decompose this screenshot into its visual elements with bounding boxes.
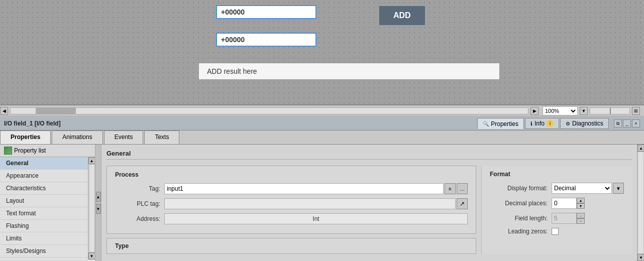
- zoom-area: 100% 50% 75% 125% 150% ▼ ⊞: [539, 106, 644, 115]
- info-warning-icon: i: [547, 120, 554, 127]
- format-title: Format: [490, 171, 624, 178]
- decimal-places-row: Decimal places: ▲ ▼: [490, 198, 624, 209]
- canvas-area: ADD result here ADD: [0, 0, 644, 105]
- tag-row: Tag: ≡ …: [115, 183, 468, 194]
- leading-zeros-label: Leading zeros:: [490, 228, 548, 235]
- property-list-header: Property list: [0, 145, 95, 157]
- field-length-spinners: ▲ ▼: [577, 213, 585, 224]
- panel-header: I/O field_1 [I/O field] 🔍 Properties ℹ I…: [0, 116, 644, 130]
- fit-btn[interactable]: ⊞: [632, 107, 640, 115]
- expand-down-btn[interactable]: ▼: [96, 204, 101, 214]
- main-scroll-track[interactable]: [637, 152, 644, 254]
- sidebar-items: General Appearance Characteristics Layou…: [0, 157, 88, 259]
- float-btn[interactable]: ⧉: [614, 119, 622, 127]
- display-format-select[interactable]: Decimal Binary Hex Octal String: [552, 183, 612, 194]
- sidebar-item-limits[interactable]: Limits: [0, 232, 88, 245]
- field-length-label: Field length:: [490, 215, 548, 222]
- field-length-group: ▲ ▼: [552, 213, 585, 224]
- sidebar-item-general[interactable]: General: [0, 157, 88, 170]
- field-length-row: Field length: ▲ ▼: [490, 213, 624, 224]
- tab-info[interactable]: ℹ Info i: [525, 118, 559, 129]
- main-scroll-down[interactable]: ▼: [637, 254, 644, 261]
- sidebar-item-flashing[interactable]: Flashing: [0, 220, 88, 232]
- address-row: Address: Int: [115, 213, 468, 224]
- type-title: Type: [115, 242, 468, 249]
- tag-browse-btn[interactable]: ≡: [445, 183, 456, 194]
- tab-properties[interactable]: 🔍 Properties: [477, 118, 524, 129]
- tab-diagnostics[interactable]: ⚙ Diagnostics: [560, 118, 609, 129]
- zoom-dropdown-btn[interactable]: ▼: [580, 107, 588, 115]
- field-length-down: ▼: [577, 218, 585, 224]
- sidebar-item-characteristics[interactable]: Characteristics: [0, 182, 88, 195]
- tab-texts[interactable]: Texts: [144, 130, 179, 144]
- horizontal-scrollbar[interactable]: [10, 107, 528, 114]
- panel-corner-btns: ⧉ _ ×: [614, 119, 640, 127]
- properties-body: Property list General Appearance Charact…: [0, 145, 644, 261]
- display-format-group: Decimal Binary Hex Octal String ▼: [552, 183, 624, 194]
- content-panels: Process Tag: ≡ … PLC tag:: [106, 166, 632, 254]
- main-content: General Process Tag: ≡ …: [101, 145, 644, 261]
- sidebar-scroll-up[interactable]: ▲: [88, 157, 95, 164]
- zoom-slider-thumb: [610, 108, 611, 114]
- address-input: Int: [164, 213, 468, 224]
- tag-options-btn[interactable]: …: [457, 183, 468, 194]
- decimal-places-group: ▲ ▼: [552, 198, 585, 209]
- tab-animations[interactable]: Animations: [52, 130, 102, 144]
- plc-tag-input[interactable]: [164, 198, 456, 209]
- address-label: Address:: [115, 215, 160, 222]
- sidebar-item-layout[interactable]: Layout: [0, 195, 88, 207]
- display-format-row: Display format: Decimal Binary Hex Octal…: [490, 183, 624, 194]
- sidebar-scrollbar: ▲ ▼: [88, 157, 95, 259]
- expand-up-btn[interactable]: ▲: [96, 192, 101, 202]
- process-box: Process Tag: ≡ … PLC tag:: [106, 166, 476, 234]
- zoom-select[interactable]: 100% 50% 75% 125% 150%: [543, 106, 578, 115]
- decimal-places-label: Decimal places:: [490, 200, 548, 207]
- main-scroll-up[interactable]: ▲: [637, 145, 644, 152]
- sidebar-scroll: General Appearance Characteristics Layou…: [0, 157, 95, 259]
- canvas-input-1[interactable]: [216, 5, 316, 19]
- left-sidebar: Property list General Appearance Charact…: [0, 145, 95, 261]
- decimal-places-up[interactable]: ▲: [577, 198, 585, 203]
- minimize-btn[interactable]: _: [623, 119, 631, 127]
- field-length-up: ▲: [577, 213, 585, 218]
- tag-label: Tag:: [115, 185, 160, 192]
- diagnostics-icon: ⚙: [566, 121, 570, 126]
- canvas-result: ADD result here: [198, 63, 500, 80]
- sidebar-item-styles[interactable]: Styles/Designs: [0, 245, 88, 257]
- sidebar-item-text-format[interactable]: Text format: [0, 207, 88, 220]
- sidebar-scroll-down[interactable]: ▼: [88, 252, 95, 259]
- process-panel: Process Tag: ≡ … PLC tag:: [106, 166, 476, 254]
- scroll-right-btn[interactable]: ▶: [530, 107, 539, 115]
- leading-zeros-row: Leading zeros:: [490, 228, 624, 235]
- plc-tag-label: PLC tag:: [115, 200, 160, 207]
- scroll-left-btn[interactable]: ◀: [0, 107, 8, 115]
- tab-events[interactable]: Events: [104, 130, 144, 144]
- scroll-thumb: [36, 108, 76, 114]
- process-box-title: Process: [115, 171, 468, 178]
- sidebar-item-appearance[interactable]: Appearance: [0, 170, 88, 182]
- tag-input[interactable]: [164, 183, 444, 194]
- tag-input-group: ≡ …: [164, 183, 468, 194]
- info-tab-icon: ℹ: [530, 121, 532, 126]
- zoom-slider[interactable]: [590, 107, 630, 114]
- properties-icon: 🔍: [483, 121, 489, 126]
- canvas-input-2[interactable]: [216, 33, 316, 47]
- decimal-places-spinners: ▲ ▼: [577, 198, 585, 209]
- field-length-input: [552, 213, 577, 224]
- tab-properties-main[interactable]: Properties: [0, 130, 51, 144]
- panel-title: I/O field_1 [I/O field]: [4, 120, 477, 127]
- add-button[interactable]: ADD: [379, 6, 425, 25]
- leading-zeros-checkbox[interactable]: [552, 228, 559, 235]
- plc-tag-arrow-btn[interactable]: ↗: [457, 198, 468, 209]
- display-format-label: Display format:: [490, 185, 548, 192]
- decimal-places-input[interactable]: [552, 198, 577, 209]
- plc-tag-row: PLC tag: ↗: [115, 198, 468, 209]
- type-section: Type: [106, 238, 476, 254]
- panel-expander[interactable]: ▲ ▼: [95, 145, 101, 261]
- sidebar-scroll-track[interactable]: [89, 164, 95, 252]
- close-panel-btn[interactable]: ×: [632, 119, 640, 127]
- scrollbar-area: ◀ ▶ 100% 50% 75% 125% 150% ▼ ⊞: [0, 105, 644, 116]
- section-title: General: [106, 150, 632, 160]
- display-format-dropdown[interactable]: ▼: [613, 183, 624, 194]
- decimal-places-down[interactable]: ▼: [577, 203, 585, 209]
